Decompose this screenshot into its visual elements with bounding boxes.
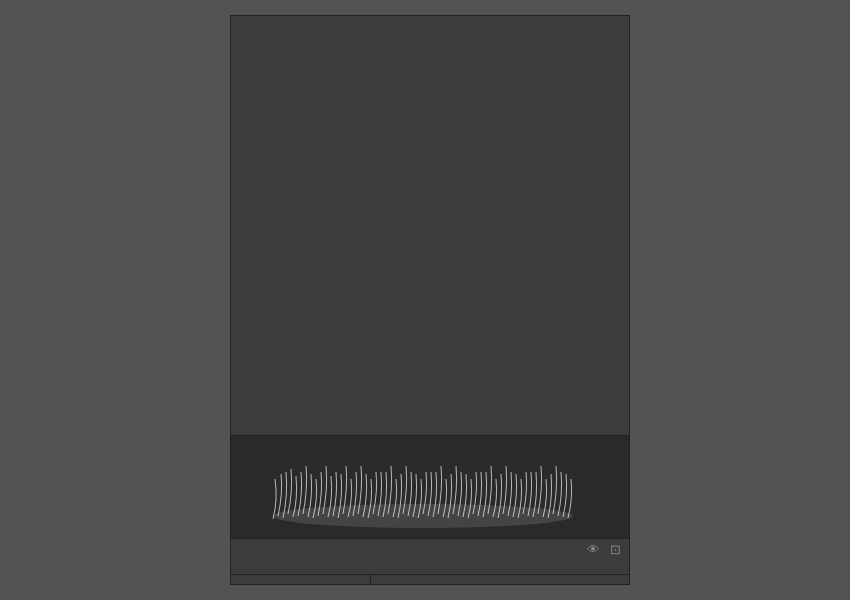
brush-tip-shape-header: Brush Tip Shape [231,82,370,102]
sidebar-item-dual-brush[interactable]: Dual Brush 🔒 [231,156,370,174]
control-label: Control: [379,105,419,117]
apply-per-tip-row: Apply Per Tip [379,52,621,65]
dual-brush-label: Dual Brush [253,159,350,171]
sidebar-item-color-dynamics[interactable]: Color Dynamics 🔒 [231,174,370,192]
lock-icon-shape: 🔒 [352,106,364,117]
smoothing-checkbox[interactable] [237,292,249,304]
crop-icon[interactable]: ⊡ [610,542,621,557]
sidebar-item-noise[interactable]: Noise [231,235,370,253]
panel-header-icons: >> ≡ [592,22,621,37]
menu-icon[interactable]: ≡ [613,22,621,37]
shape-dynamics-checkbox[interactable] [237,105,249,117]
transfer-label: Transfer [253,195,350,207]
apply-per-tip-checkbox[interactable] [379,52,392,65]
build-up-checkbox[interactable] [237,274,249,286]
sidebar-item-build-up[interactable]: Build-up [231,271,370,289]
noise-checkbox[interactable] [237,238,249,250]
brightness-jitter-triangle [379,207,391,217]
hue-jitter-row: Hue Jitter 0% [379,127,621,161]
saturation-jitter-row: Saturation Jitter 0% [379,167,621,201]
sidebar-item-transfer[interactable]: Transfer 🔒 [231,192,370,210]
brush-pose-label: Brush Pose [253,213,350,225]
sidebar-item-scattering[interactable]: Scattering 🔒 [231,120,370,138]
lock-icon-pose: 🔒 [352,214,364,225]
fg-bg-jitter-label-row: Foreground/Background Jitter 100% [379,73,621,89]
sidebar-item-smoothing[interactable]: Smoothing 🔒 [231,289,370,307]
brush-preview-canvas: grass brush preview [253,444,593,532]
color-dynamics-checkbox[interactable] [237,177,249,189]
lock-icon-dual: 🔒 [352,160,364,171]
lock-icon-color: 🔒 [352,178,364,189]
hue-jitter-label-row: Hue Jitter 0% [379,139,621,155]
control-select[interactable]: Off Fade Pen Pressure Pen Tilt Stylus Wh… [425,101,522,121]
wet-edges-label: Wet Edges [253,256,364,268]
brightness-jitter-row: Brightness Jitter 0% [379,207,621,241]
brightness-jitter-label: Brightness Jitter [379,221,458,233]
lock-icon-scattering: 🔒 [352,124,364,135]
fg-bg-jitter-thumb[interactable] [616,87,626,95]
lock-icon-transfer: 🔒 [352,196,364,207]
saturation-jitter-track[interactable] [379,197,621,201]
lock-icon-texture: 🔒 [352,142,364,153]
apply-per-tip-label: Apply Per Tip [398,53,463,65]
noise-label: Noise [253,238,364,250]
dual-brush-checkbox[interactable] [237,159,249,171]
brushes-button[interactable]: Brushes [239,52,362,74]
lock-icon-smoothing: 🔒 [352,293,364,304]
hue-jitter-track[interactable] [379,157,621,161]
texture-checkbox[interactable] [237,141,249,153]
color-dynamics-label: Color Dynamics [253,177,350,189]
sidebar-item-brush-pose[interactable]: Brush Pose 🔒 [231,210,370,228]
tab-brush-settings[interactable]: Brush Settings [239,19,331,41]
brightness-jitter-value[interactable]: 0% [585,219,621,235]
sidebar-item-protect-texture[interactable]: Protect Texture [231,307,370,325]
tab-brushes[interactable]: Brushes [331,20,391,40]
scattering-checkbox[interactable] [237,123,249,135]
sidebar-item-texture[interactable]: Texture 🔒 [231,138,370,156]
svg-point-0 [273,504,573,528]
saturation-jitter-thumb[interactable] [374,193,384,201]
panel-header: Brush Settings Brushes >> ≡ [231,16,629,44]
hue-jitter-thumb[interactable] [374,153,384,161]
purity-track[interactable] [379,265,621,269]
control-row: Control: Off Fade Pen Pressure Pen Tilt … [379,101,621,121]
build-up-label: Build-up [253,274,364,286]
texture-label: Texture [253,141,350,153]
purity-thumb[interactable] [495,261,505,269]
transfer-checkbox[interactable] [237,195,249,207]
hue-jitter-triangle [379,127,391,137]
purity-value[interactable]: 0% [585,247,621,263]
brightness-jitter-track[interactable] [379,237,621,241]
sidebar-item-shape-dynamics[interactable]: Shape Dynamics 🔒 [231,102,370,120]
expand-icon[interactable]: >> [592,22,607,37]
hue-jitter-value[interactable]: 0% [585,139,621,155]
purity-label: Purity [379,249,407,261]
smoothing-label: Smoothing [253,292,350,304]
wet-edges-checkbox[interactable] [237,256,249,268]
purity-fill [379,265,500,269]
brightness-jitter-label-row: Brightness Jitter 0% [379,219,621,235]
saturation-jitter-label: Saturation Jitter [379,181,456,193]
hue-jitter-label: Hue Jitter [379,141,426,153]
fg-bg-jitter-track[interactable] [379,91,621,95]
sidebar-item-wet-edges[interactable]: Wet Edges [231,253,370,271]
fg-bg-jitter-label: Foreground/Background Jitter [379,75,525,87]
saturation-jitter-value[interactable]: 0% [585,179,621,195]
saturation-jitter-label-row: Saturation Jitter 0% [379,179,621,195]
eye-icon[interactable]: 👁 [587,542,600,557]
fg-bg-jitter-fill [379,91,621,95]
shape-dynamics-label: Shape Dynamics [253,105,350,117]
protect-texture-label: Protect Texture [253,310,364,322]
saturation-jitter-triangle [379,167,391,177]
fg-bg-jitter-row: Foreground/Background Jitter 100% [379,73,621,95]
scattering-label: Scattering [253,123,350,135]
protect-texture-checkbox[interactable] [237,310,249,322]
purity-row: Purity 0% [379,247,621,269]
preview-area: grass brush preview 👁 ⊡ [231,435,629,560]
brush-pose-checkbox[interactable] [237,213,249,225]
brightness-jitter-thumb[interactable] [374,233,384,241]
